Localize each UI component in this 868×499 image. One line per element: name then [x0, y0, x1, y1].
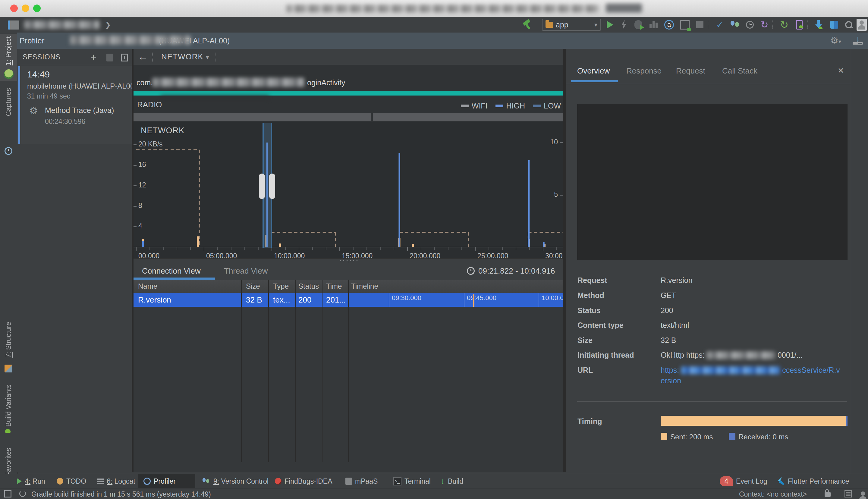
field-value-url[interactable]: https: ccessService/R.v ersion [661, 366, 840, 385]
field-value-method: GET [661, 291, 676, 300]
selection-handle-right[interactable] [269, 173, 275, 199]
minimize-traffic-light[interactable] [22, 4, 29, 12]
tab-call-stack[interactable]: Call Stack [722, 66, 757, 76]
divider [17, 65, 132, 65]
tab-overview[interactable]: Overview [577, 66, 610, 76]
tab-thread-view[interactable]: Thread View [224, 266, 268, 276]
user-bust-icon[interactable] [858, 490, 866, 498]
profile-icon[interactable] [647, 19, 659, 31]
zoom-traffic-light[interactable] [33, 4, 41, 12]
right-tick [560, 142, 563, 143]
tab-profiler[interactable]: Profiler [20, 36, 44, 46]
left-tick [134, 144, 136, 145]
highlighting-level-icon[interactable] [844, 490, 852, 498]
toolwindow-profiler[interactable]: Profiler [138, 474, 195, 488]
status-message[interactable]: Gradle build finished in 1 m 15 s 561 ms… [31, 490, 211, 498]
col-type[interactable]: Type [273, 282, 289, 291]
toolwindow-mpaas[interactable]: mPaaS [345, 474, 378, 488]
legend-swatch [461, 105, 469, 107]
project-structure-icon[interactable] [828, 19, 840, 31]
column-separator[interactable] [322, 280, 322, 462]
toolbar-separator [772, 21, 773, 29]
export-session-icon[interactable] [121, 54, 128, 61]
field-value-size: 32 B [661, 336, 676, 345]
session-selected-accent [18, 66, 20, 144]
update-project-icon[interactable]: ✓ [714, 19, 726, 31]
titlebar [0, 0, 868, 17]
col-size[interactable]: Size [246, 282, 260, 291]
sidebar-item-build-variants[interactable]: Build Variants [0, 385, 17, 440]
close-traffic-light[interactable] [10, 4, 18, 12]
debug-icon[interactable] [632, 19, 644, 31]
tab-connection-view[interactable]: Connection View [142, 266, 201, 276]
flutter-performance-button[interactable]: Flutter Performance [777, 474, 849, 488]
radio-legend: WIFIHIGHLOW [134, 101, 561, 110]
tab-request[interactable]: Request [676, 66, 705, 76]
gear-icon[interactable]: ⚙▾ [830, 35, 841, 46]
gradle-sync-icon[interactable]: ↻ [778, 19, 790, 31]
connections-open-spike [142, 241, 144, 247]
toolwindow-build[interactable]: ↓ Build [441, 474, 463, 488]
field-value-thread: OkHttp https: 0001/... [661, 351, 803, 360]
unlock-icon[interactable] [824, 492, 831, 497]
attach-debugger-icon[interactable] [679, 19, 691, 31]
selection-handle-left[interactable] [259, 173, 265, 199]
apply-changes-icon[interactable] [618, 19, 630, 31]
column-separator[interactable] [268, 280, 269, 462]
run-config-selector[interactable]: app ▾ [542, 19, 601, 31]
back-arrow-icon[interactable]: ← [138, 51, 148, 62]
event-log-button[interactable]: 4 Event Log [720, 474, 767, 488]
add-session-icon[interactable]: + [90, 51, 96, 63]
sdk-manager-icon[interactable] [812, 19, 824, 31]
logcat-icon [97, 478, 104, 485]
avd-manager-icon[interactable] [793, 19, 805, 31]
field-value-content-type: text/html [661, 321, 689, 330]
avatar-icon[interactable] [857, 19, 867, 31]
toolwindow-todo[interactable]: TODO [57, 474, 86, 488]
column-separator[interactable] [241, 280, 242, 462]
stop-icon[interactable] [694, 19, 706, 31]
toolwindow-findbugs[interactable]: FindBugs-IDEA [275, 474, 332, 488]
left-axis-tick-label: 20 KB/s [138, 140, 163, 148]
network-chart[interactable]: NETWORK 20 KB/s16128410500.00005:00.0001… [134, 122, 563, 258]
timing-label: Timing [577, 417, 602, 426]
search-everywhere-icon[interactable] [843, 19, 855, 31]
session-entry[interactable]: 14:49 mobilehome (HUAWEI ALP-AL00) 31 mi… [17, 66, 132, 144]
session-time: 14:49 [27, 69, 50, 80]
traffic-sent-spike [412, 244, 414, 247]
toolwindow-logcat[interactable]: 6: Logcat [97, 474, 135, 488]
col-name[interactable]: Name [138, 282, 157, 291]
field-label: Status [577, 306, 600, 315]
toolwindow-terminal[interactable]: >_ Terminal [393, 474, 431, 488]
toolwindow-toggle-icon[interactable] [4, 490, 11, 498]
run-icon[interactable] [604, 19, 616, 31]
received-legend: Received: 0 ms [738, 433, 788, 441]
commit-icon[interactable] [729, 19, 741, 31]
recent-changes-icon[interactable] [744, 19, 756, 31]
sidebar-item-captures[interactable]: Captures [0, 87, 17, 162]
project-icon[interactable] [8, 21, 19, 29]
close-icon[interactable]: × [838, 64, 844, 76]
build-hammer-icon[interactable] [521, 19, 533, 31]
column-separator[interactable] [295, 280, 296, 462]
toolwindow-run[interactable]: 4: Run [17, 474, 45, 488]
field-label: Request [577, 276, 607, 285]
column-separator[interactable] [348, 280, 349, 462]
rollback-icon[interactable]: ↺ [758, 19, 770, 31]
profiler-attach-icon[interactable]: a [663, 19, 675, 31]
monitor-selector[interactable]: NETWORK ▾ [161, 52, 209, 61]
col-status[interactable]: Status [298, 282, 319, 291]
col-timeline[interactable]: Timeline [351, 282, 378, 291]
session-artifact-name[interactable]: Method Trace (Java) [45, 106, 114, 115]
col-time[interactable]: Time [326, 282, 342, 291]
url-redacted [681, 366, 780, 374]
import-session-icon[interactable] [106, 54, 113, 61]
mpaas-icon [345, 478, 352, 485]
tab-response[interactable]: Response [626, 66, 662, 76]
export-download-icon[interactable]: ↓ [853, 36, 863, 45]
panel-splitter-vertical[interactable] [563, 49, 566, 472]
toolbar-separator [708, 21, 709, 29]
left-axis-tick-label: 16 [138, 161, 146, 169]
sidebar-item-structure[interactable]: 7: Structure [0, 322, 17, 376]
toolwindow-version-control[interactable]: 9: Version Control [201, 474, 269, 488]
